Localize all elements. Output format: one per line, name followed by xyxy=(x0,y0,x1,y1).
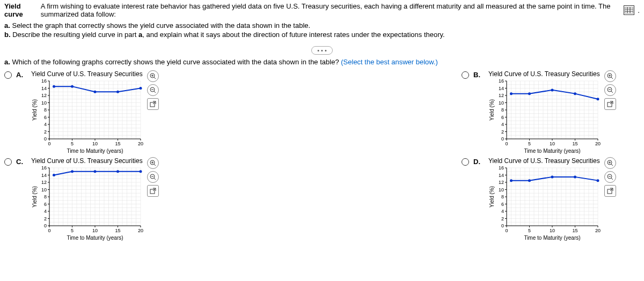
svg-text:5: 5 xyxy=(71,228,74,233)
zoom-in-icon[interactable] xyxy=(604,157,616,169)
chart-d-title: Yield Curve of U.S. Treasury Securities xyxy=(488,157,601,165)
question-header: Yield curve A firm wishing to evaluate i… xyxy=(4,2,640,18)
svg-line-169 xyxy=(611,91,613,93)
svg-text:8: 8 xyxy=(501,194,504,199)
svg-text:0: 0 xyxy=(501,136,504,142)
chart-b-title: Yield Curve of U.S. Treasury Securities xyxy=(488,70,601,78)
choice-d[interactable]: D. Yield Curve of U.S. Treasury Securiti… xyxy=(462,157,640,241)
choice-c-label: C. xyxy=(16,158,27,166)
svg-text:4: 4 xyxy=(501,122,504,127)
svg-text:8: 8 xyxy=(44,194,47,199)
svg-text:10: 10 xyxy=(92,228,98,233)
svg-line-337 xyxy=(611,178,613,180)
popout-icon[interactable] xyxy=(147,98,159,110)
radio-a[interactable] xyxy=(4,71,12,79)
svg-line-85 xyxy=(154,91,156,93)
choice-d-label: D. xyxy=(473,158,484,166)
chart-b-tools xyxy=(604,70,616,110)
svg-text:2: 2 xyxy=(501,216,504,221)
chart-c: 051015200246810121416Time to Maturity (y… xyxy=(31,166,144,241)
svg-line-253 xyxy=(154,178,156,180)
svg-text:Yield (%): Yield (%) xyxy=(489,186,495,208)
svg-text:14: 14 xyxy=(499,172,504,178)
svg-text:12: 12 xyxy=(41,180,47,185)
svg-text:20: 20 xyxy=(138,141,143,146)
part-b-text-1: Describe the resulting yield curve in pa… xyxy=(12,31,138,39)
svg-text:0: 0 xyxy=(505,141,508,146)
svg-point-160 xyxy=(528,92,531,95)
svg-point-329 xyxy=(551,175,554,178)
svg-text:4: 4 xyxy=(501,209,504,214)
svg-text:4: 4 xyxy=(44,209,47,214)
prompt-a-label: a. xyxy=(4,58,10,66)
svg-text:15: 15 xyxy=(572,141,577,146)
choice-a[interactable]: A. Yield Curve of U.S. Treasury Securiti… xyxy=(4,70,182,154)
chart-a-tools xyxy=(147,70,159,110)
svg-line-165 xyxy=(611,77,613,79)
svg-text:5: 5 xyxy=(528,141,531,146)
svg-text:10: 10 xyxy=(41,187,47,192)
zoom-in-icon[interactable] xyxy=(147,70,159,82)
popout-icon[interactable] xyxy=(604,98,616,110)
svg-text:15: 15 xyxy=(115,141,120,146)
chart-d-tools xyxy=(604,157,616,197)
svg-text:10: 10 xyxy=(41,100,47,105)
svg-text:14: 14 xyxy=(41,172,47,178)
choice-c[interactable]: C. Yield Curve of U.S. Treasury Securiti… xyxy=(4,157,182,241)
svg-text:16: 16 xyxy=(499,79,504,84)
svg-text:10: 10 xyxy=(92,141,98,146)
zoom-out-icon[interactable] xyxy=(604,84,616,96)
title-bold: Yield curve xyxy=(4,2,38,18)
data-table-icon[interactable] xyxy=(624,5,634,15)
svg-rect-0 xyxy=(625,7,633,13)
part-a-label: a. xyxy=(4,21,10,29)
expand-button[interactable]: • • • xyxy=(311,46,333,55)
svg-point-78 xyxy=(116,91,119,93)
svg-text:0: 0 xyxy=(44,223,47,228)
svg-text:Time to Maturity (years): Time to Maturity (years) xyxy=(524,148,580,154)
popout-icon[interactable] xyxy=(604,185,616,197)
svg-text:0: 0 xyxy=(48,228,50,233)
svg-point-76 xyxy=(71,85,74,87)
svg-line-249 xyxy=(154,164,156,166)
svg-text:16: 16 xyxy=(41,79,47,84)
svg-point-327 xyxy=(510,179,513,182)
zoom-out-icon[interactable] xyxy=(147,171,159,183)
svg-text:10: 10 xyxy=(499,100,504,105)
svg-text:15: 15 xyxy=(115,228,120,233)
zoom-out-icon[interactable] xyxy=(147,84,159,96)
question-prompt: a. Which of the following graphs correct… xyxy=(4,58,640,66)
instructions: a. Select the graph that correctly shows… xyxy=(4,21,640,40)
svg-text:8: 8 xyxy=(44,107,47,113)
part-b-label: b. xyxy=(4,31,11,39)
svg-text:10: 10 xyxy=(550,141,555,146)
svg-point-163 xyxy=(597,98,599,100)
chart-a: 051015200246810121416Time to Maturity (y… xyxy=(31,79,144,154)
chart-b-box: Yield Curve of U.S. Treasury Securities … xyxy=(488,70,601,154)
svg-line-81 xyxy=(154,77,156,79)
radio-b[interactable] xyxy=(462,71,469,79)
zoom-in-icon[interactable] xyxy=(604,70,616,82)
svg-point-245 xyxy=(94,170,97,173)
radio-d[interactable] xyxy=(462,158,469,166)
zoom-in-icon[interactable] xyxy=(147,157,159,169)
choices-grid: A. Yield Curve of U.S. Treasury Securiti… xyxy=(4,70,640,244)
svg-text:14: 14 xyxy=(499,85,504,91)
svg-text:5: 5 xyxy=(528,228,531,233)
svg-text:0: 0 xyxy=(505,228,508,233)
svg-text:12: 12 xyxy=(499,93,504,98)
svg-text:20: 20 xyxy=(595,141,601,146)
zoom-out-icon[interactable] xyxy=(604,171,616,183)
popout-icon[interactable] xyxy=(147,185,159,197)
svg-text:0: 0 xyxy=(44,136,47,142)
radio-c[interactable] xyxy=(4,158,12,166)
svg-text:0: 0 xyxy=(48,141,50,146)
expand-bar: • • • xyxy=(4,46,640,55)
choice-b[interactable]: B. Yield Curve of U.S. Treasury Securiti… xyxy=(462,70,640,154)
svg-text:14: 14 xyxy=(41,85,47,91)
part-a-text: Select the graph that correctly shows th… xyxy=(12,21,310,29)
svg-point-159 xyxy=(510,92,513,95)
svg-point-331 xyxy=(597,179,599,182)
chart-c-tools xyxy=(147,157,159,197)
svg-text:8: 8 xyxy=(501,107,504,113)
